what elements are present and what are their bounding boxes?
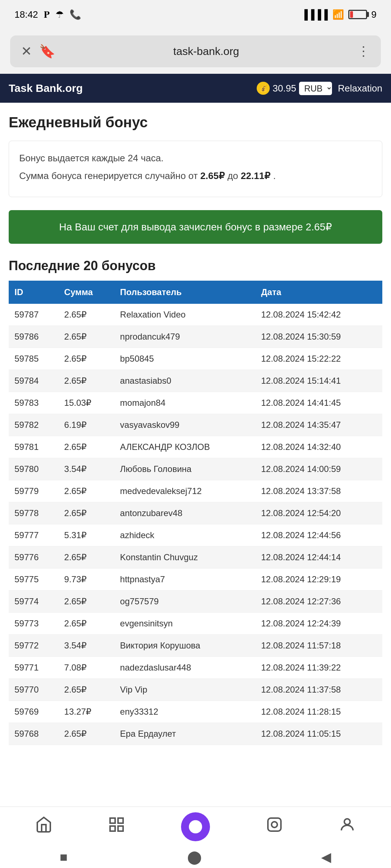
cell-user: azhideck [114,524,256,546]
cell-id: 59778 [9,502,58,524]
coin-badge: 💰 30.95 RUB USD [257,82,332,95]
main-content: Ежедневный бонус Бонус выдается каждые 2… [0,103,391,829]
cell-date: 12.08.2024 13:37:58 [255,480,382,502]
table-row: 597723.54₽Виктория Корушова12.08.2024 11… [9,635,382,657]
info-max-amount: 22.11₽ [241,170,270,181]
col-date: Дата [255,281,382,304]
apps-icon [108,816,125,837]
bonus-button[interactable]: На Ваш счет для вывода зачислен бонус в … [9,210,382,244]
cell-date: 12.08.2024 11:37:58 [255,679,382,701]
site-header: Task Bank.org 💰 30.95 RUB USD Relaxation [0,74,391,103]
currency-select[interactable]: RUB USD [299,82,332,95]
browser-chrome: ✕ 🔖 task-bank.org ⋮ [0,29,391,74]
battery-icon [348,10,367,19]
home-icon [35,816,52,837]
col-user: Пользователь [114,281,256,304]
cell-user: evgensinitsyn [114,613,256,635]
battery-level: 9 [371,9,377,20]
cell-user: momajon84 [114,392,256,414]
cell-id: 59774 [9,591,58,613]
cell-user: httpnastya7 [114,569,256,591]
info-prefix: Сумма бонуса генерируется случайно от [19,170,200,181]
cell-date: 12.08.2024 12:54:20 [255,502,382,524]
cell-user: Vip Vip [114,679,256,701]
cell-amount: 2.65₽ [58,613,114,635]
cell-amount: 2.65₽ [58,304,114,326]
table-row: 5978315.03₽momajon8412.08.2024 14:41:45 [9,392,382,414]
profile-icon [339,816,356,837]
info-box: Бонус выдается каждые 24 часа. Сумма бон… [9,141,382,197]
nav-center[interactable] [181,812,210,841]
cell-id: 59782 [9,414,58,436]
table-row: 597803.54₽Любовь Головина12.08.2024 14:0… [9,458,382,480]
cell-user: Ера Ердаулет [114,723,256,745]
table-row: 597782.65₽antonzubarev4812.08.2024 12:54… [9,502,382,524]
cell-id: 59783 [9,392,58,414]
table-row: 597759.73₽httpnastya712.08.2024 12:29:19 [9,569,382,591]
balance-amount: 30.95 [273,83,296,94]
col-id: ID [9,281,58,304]
svg-point-6 [272,822,277,827]
cell-date: 12.08.2024 11:39:22 [255,657,382,679]
info-line-2: Сумма бонуса генерируется случайно от 2.… [19,169,372,183]
sys-back-btn[interactable]: ◀ [321,850,331,865]
table-row: 597812.65₽АЛЕКСАНДР КОЗЛОВ12.08.2024 14:… [9,436,382,458]
cell-id: 59779 [9,480,58,502]
table-row: 597792.65₽medvedevaleksej71212.08.2024 1… [9,480,382,502]
table-row: 597682.65₽Ера Ердаулет12.08.2024 11:05:1… [9,723,382,745]
mask-icon [266,816,283,837]
table-row: 597872.65₽Relaxation Video12.08.2024 15:… [9,304,382,326]
status-time: 18:42 [14,9,38,20]
cell-amount: 2.65₽ [58,436,114,458]
table-row: 597852.65₽bp5084512.08.2024 15:22:22 [9,348,382,370]
close-button[interactable]: ✕ [21,44,32,59]
table-row: 597732.65₽evgensinitsyn12.08.2024 12:24:… [9,613,382,635]
cell-date: 12.08.2024 14:32:40 [255,436,382,458]
cell-amount: 3.54₽ [58,458,114,480]
page-title: Ежедневный бонус [9,114,382,131]
svg-rect-5 [268,818,281,831]
cell-date: 12.08.2024 12:44:14 [255,546,382,569]
center-icon [181,812,210,841]
nav-profile[interactable] [339,816,356,837]
cell-id: 59780 [9,458,58,480]
sys-square-btn[interactable]: ■ [60,850,68,865]
svg-point-4 [189,820,202,833]
cell-date: 12.08.2024 14:35:47 [255,414,382,436]
cell-date: 12.08.2024 12:44:56 [255,524,382,546]
url-bar[interactable]: task-bank.org [63,45,350,58]
cell-user: vasyavaskov99 [114,414,256,436]
svg-point-7 [344,819,350,825]
cell-id: 59773 [9,613,58,635]
wifi-icon: 📶 [332,9,344,20]
table-row: 597862.65₽nprodancuk47912.08.2024 15:30:… [9,326,382,348]
cell-date: 12.08.2024 14:00:59 [255,458,382,480]
cell-id: 59770 [9,679,58,701]
nav-home[interactable] [35,816,52,837]
cell-user: Любовь Головина [114,458,256,480]
cell-id: 59776 [9,546,58,569]
cell-date: 12.08.2024 15:30:59 [255,326,382,348]
cell-date: 12.08.2024 15:14:41 [255,370,382,392]
nav-mask[interactable] [266,816,283,837]
sys-circle-btn[interactable]: ⬤ [187,850,202,865]
info-suffix: . [273,170,276,181]
cell-amount: 2.65₽ [58,679,114,701]
coin-icon: 💰 [257,82,270,95]
cell-amount: 2.65₽ [58,348,114,370]
system-nav: ■ ⬤ ◀ [0,846,391,868]
svg-rect-0 [110,818,115,823]
header-right: 💰 30.95 RUB USD Relaxation [257,82,382,95]
bookmark-button[interactable]: 🔖 [39,44,55,59]
cell-user: nadezdaslusar448 [114,657,256,679]
menu-button[interactable]: ⋮ [357,44,370,59]
cell-amount: 5.31₽ [58,524,114,546]
bonus-table: ID Сумма Пользователь Дата 597872.65₽Rel… [9,281,382,745]
cell-amount: 2.65₽ [58,370,114,392]
cell-id: 59772 [9,635,58,657]
table-header: ID Сумма Пользователь Дата [9,281,382,304]
cell-id: 59787 [9,304,58,326]
svg-rect-1 [118,818,123,823]
nav-apps[interactable] [108,816,125,837]
cell-amount: 2.65₽ [58,591,114,613]
